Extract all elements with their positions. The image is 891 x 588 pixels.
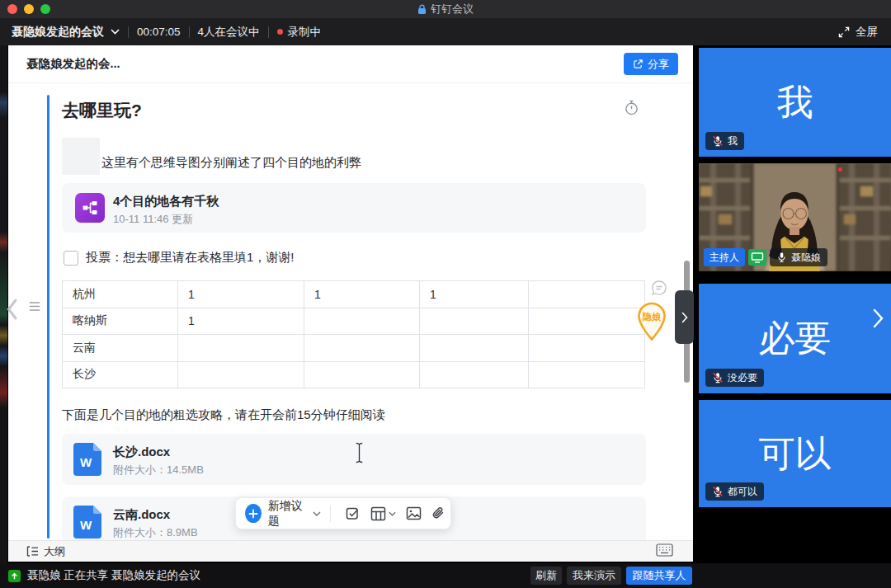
table-cell[interactable]: 1 bbox=[178, 281, 304, 308]
svg-text:W: W bbox=[80, 518, 92, 532]
doc-heading[interactable]: 去哪里玩? bbox=[62, 99, 142, 122]
word-file-icon: W bbox=[73, 506, 101, 542]
table-cell[interactable] bbox=[304, 308, 420, 335]
table-cell[interactable] bbox=[529, 308, 645, 335]
badge-label: 聂隐娘 bbox=[791, 251, 821, 265]
document-header: 聂隐娘发起的会... 分享 bbox=[8, 45, 693, 83]
lock-icon bbox=[417, 4, 427, 15]
outline-list-icon bbox=[26, 546, 39, 557]
meeting-title-dropdown[interactable]: 聂隐娘发起的会议 bbox=[12, 25, 120, 40]
vote-table: 杭州 1 1 1 喀纳斯 1 云南 长沙 bbox=[62, 280, 645, 388]
table-cell[interactable] bbox=[529, 335, 645, 362]
macos-titlebar: 钉钉会议 bbox=[0, 0, 891, 18]
table-cell[interactable] bbox=[178, 335, 304, 362]
mindmap-icon bbox=[75, 193, 105, 223]
table-cell[interactable] bbox=[178, 361, 304, 388]
word-file-icon: W bbox=[73, 443, 101, 479]
vote-text[interactable]: 投票：想去哪里请在表格里填1，谢谢! bbox=[86, 250, 295, 266]
section-highlight-bar bbox=[47, 95, 50, 539]
table-cell[interactable]: 1 bbox=[304, 281, 420, 308]
chevron-down-icon[interactable] bbox=[313, 511, 321, 516]
table-cell[interactable] bbox=[304, 361, 420, 388]
table-row: 杭州 1 1 1 bbox=[63, 281, 645, 308]
video-tile-self[interactable]: 我 我 bbox=[699, 48, 891, 157]
text-cursor-icon bbox=[355, 442, 364, 467]
refresh-button[interactable]: 刷新 bbox=[530, 567, 562, 585]
comment-bubble-icon[interactable] bbox=[650, 279, 668, 300]
inline-image-placeholder[interactable] bbox=[62, 138, 100, 175]
badge-label: 我 bbox=[728, 134, 738, 148]
recording-status: 录制中 bbox=[277, 25, 322, 40]
table-cell[interactable]: 长沙 bbox=[63, 361, 178, 388]
vote-checkbox[interactable] bbox=[64, 251, 78, 266]
participant-badge: 我 bbox=[705, 132, 744, 150]
chevron-down-icon bbox=[111, 29, 120, 35]
participant-count: 4人在会议中 bbox=[198, 25, 260, 40]
table-cell[interactable]: 云南 bbox=[63, 335, 178, 362]
mindmap-updated: 10-11 11:46 更新 bbox=[113, 212, 193, 227]
table-cell[interactable]: 1 bbox=[420, 281, 529, 308]
file-size: 附件大小：14.5MB bbox=[113, 463, 204, 477]
share-button[interactable]: 分享 bbox=[624, 53, 678, 75]
table-cell[interactable] bbox=[420, 308, 529, 335]
add-topic-button[interactable]: 新增议题 bbox=[268, 499, 308, 529]
panel-expand-chevron-icon bbox=[681, 312, 688, 323]
separator bbox=[128, 26, 129, 38]
file-name: 云南.docx bbox=[113, 507, 170, 523]
table-cell[interactable]: 1 bbox=[178, 308, 304, 335]
keyboard-icon[interactable] bbox=[656, 543, 673, 560]
share-label: 分享 bbox=[648, 57, 669, 72]
participant-badge: 聂隐娘 bbox=[770, 248, 827, 266]
table-cell[interactable]: 杭州 bbox=[63, 281, 178, 308]
fullscreen-button[interactable]: 全屏 bbox=[838, 18, 878, 45]
panel-expand-handle[interactable] bbox=[675, 290, 694, 344]
doc-intro-text[interactable]: 这里有个思维导图分别阐述了四个目的地的利弊 bbox=[101, 155, 361, 171]
window-title-area: 钉钉会议 bbox=[0, 0, 891, 18]
table-cell[interactable] bbox=[420, 361, 529, 388]
next-chevron-icon[interactable] bbox=[873, 308, 884, 332]
table-grid-icon[interactable] bbox=[370, 506, 396, 521]
dingtalk-meeting-window: 钉钉会议 聂隐娘发起的会议 00:07:05 4人在会议中 录制中 bbox=[0, 0, 891, 588]
table-cell[interactable]: 喀纳斯 bbox=[63, 308, 178, 335]
fullscreen-label: 全屏 bbox=[856, 25, 878, 40]
meeting-timer: 00:07:05 bbox=[137, 26, 181, 38]
stopwatch-icon[interactable] bbox=[624, 100, 639, 119]
video-tile-participant[interactable]: 必要 没必要 bbox=[699, 284, 891, 393]
doc-note-text[interactable]: 下面是几个目的地的粗选攻略，请在开会前15分钟仔细阅读 bbox=[62, 407, 385, 423]
file-size: 附件大小：8.9MB bbox=[113, 525, 198, 540]
record-dot-icon bbox=[838, 167, 842, 172]
table-cell[interactable] bbox=[304, 335, 420, 362]
mindmap-title: 4个目的地各有千秋 bbox=[113, 194, 219, 209]
participant-badges: 主持人 聂隐娘 bbox=[704, 248, 827, 266]
paperclip-icon[interactable] bbox=[431, 506, 446, 521]
separator bbox=[189, 26, 190, 38]
check-square-icon[interactable] bbox=[345, 506, 361, 521]
recording-label: 录制中 bbox=[288, 25, 322, 40]
present-button[interactable]: 我来演示 bbox=[567, 567, 621, 585]
drag-handle-icon[interactable] bbox=[29, 300, 40, 315]
separator bbox=[330, 506, 331, 522]
back-chevron-icon[interactable] bbox=[5, 297, 19, 325]
outline-button[interactable]: 大纲 bbox=[26, 544, 65, 559]
external-share-icon bbox=[633, 59, 644, 69]
sharing-info-text: 聂隐娘 正在共享 聂隐娘发起的会议 bbox=[27, 568, 200, 583]
video-tile-participant[interactable]: 可以 都可以 bbox=[699, 400, 891, 507]
video-tile-host[interactable]: 主持人 聂隐娘 bbox=[699, 163, 891, 271]
follow-presenter-button[interactable]: 跟随共享人 bbox=[626, 567, 692, 585]
collaborator-cursor-pin: 隐娘 bbox=[635, 302, 668, 345]
badge-label: 都可以 bbox=[728, 485, 757, 499]
svg-text:W: W bbox=[80, 455, 92, 469]
mic-muted-icon bbox=[712, 135, 724, 147]
mindmap-attachment-card[interactable]: 4个目的地各有千秋 10-11 11:46 更新 bbox=[62, 183, 646, 233]
document-title: 聂隐娘发起的会... bbox=[26, 56, 120, 72]
mic-muted-icon bbox=[712, 486, 724, 497]
table-cell[interactable] bbox=[529, 281, 645, 308]
file-name: 长沙.docx bbox=[113, 445, 170, 460]
sharing-info: 聂隐娘 正在共享 聂隐娘发起的会议 bbox=[8, 568, 200, 583]
file-attachment-card[interactable]: W 长沙.docx 附件大小：14.5MB bbox=[62, 434, 646, 485]
insert-toolbar: 新增议题 bbox=[235, 497, 451, 529]
table-cell[interactable] bbox=[420, 335, 529, 362]
image-icon[interactable] bbox=[406, 506, 422, 520]
table-cell[interactable] bbox=[529, 361, 645, 388]
plus-circle-icon[interactable] bbox=[245, 504, 262, 523]
